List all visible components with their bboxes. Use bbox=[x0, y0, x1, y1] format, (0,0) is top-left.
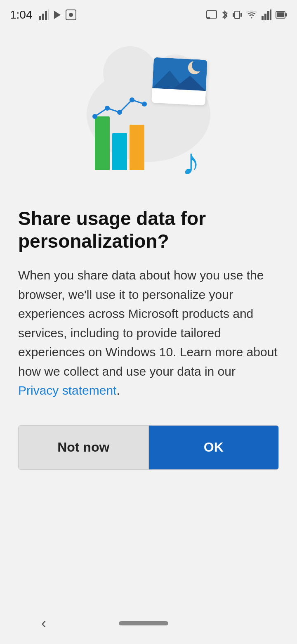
svg-rect-0 bbox=[39, 16, 41, 20]
dialog-title: Share usage data for personalization? bbox=[18, 207, 279, 253]
action-button-row: Not now OK bbox=[18, 425, 279, 470]
photo-svg bbox=[151, 57, 207, 106]
svg-rect-15 bbox=[270, 9, 271, 20]
play-store-icon bbox=[52, 10, 62, 20]
status-right bbox=[206, 9, 287, 20]
svg-rect-13 bbox=[264, 14, 266, 20]
svg-rect-7 bbox=[207, 11, 217, 18]
svg-rect-12 bbox=[262, 16, 264, 20]
back-button[interactable]: ‹ bbox=[41, 615, 46, 632]
not-now-button[interactable]: Not now bbox=[19, 426, 149, 469]
ok-button[interactable]: OK bbox=[149, 426, 279, 469]
svg-point-6 bbox=[69, 13, 73, 17]
svg-rect-3 bbox=[48, 9, 49, 20]
vibrate-icon bbox=[233, 9, 242, 20]
cast-icon bbox=[206, 10, 217, 19]
wifi-icon bbox=[246, 10, 257, 19]
svg-rect-18 bbox=[277, 12, 284, 17]
status-bar: 1:04 bbox=[0, 0, 297, 30]
svg-rect-30 bbox=[151, 88, 206, 106]
music-note-svg: ♪ bbox=[179, 140, 221, 181]
bar-orange bbox=[130, 125, 144, 170]
signal-full-icon bbox=[262, 9, 271, 20]
photo-icon bbox=[151, 57, 207, 106]
home-pill[interactable] bbox=[119, 621, 168, 625]
battery-icon bbox=[276, 10, 287, 19]
music-note-icon: ♪ bbox=[179, 140, 221, 182]
screen-record-icon bbox=[66, 9, 76, 20]
status-icons-left bbox=[39, 9, 76, 20]
illustration-container: ♪ bbox=[18, 50, 279, 187]
bottom-nav-bar: ‹ bbox=[0, 603, 297, 644]
svg-rect-9 bbox=[235, 11, 240, 19]
svg-marker-4 bbox=[54, 11, 61, 19]
status-time: 1:04 bbox=[10, 8, 33, 21]
svg-rect-17 bbox=[285, 13, 287, 17]
illustration: ♪ bbox=[74, 50, 223, 187]
dialog-period: . bbox=[116, 384, 120, 397]
svg-rect-11 bbox=[240, 13, 242, 17]
svg-rect-1 bbox=[42, 14, 44, 20]
signal-icon bbox=[39, 9, 49, 20]
bar-blue bbox=[112, 133, 127, 170]
svg-text:♪: ♪ bbox=[182, 141, 200, 181]
dialog-body: When you share data about how you use th… bbox=[18, 266, 279, 400]
svg-rect-10 bbox=[233, 13, 234, 17]
status-left: 1:04 bbox=[10, 8, 76, 21]
svg-rect-2 bbox=[45, 11, 47, 20]
svg-rect-14 bbox=[267, 11, 269, 20]
main-content: ♪ Share usage data for personalization? … bbox=[0, 30, 297, 470]
bar-chart-icon bbox=[95, 116, 144, 170]
privacy-statement-link[interactable]: Privacy statement bbox=[18, 384, 116, 397]
svg-rect-8 bbox=[207, 17, 210, 19]
dialog-body-text: When you share data about how you use th… bbox=[18, 268, 278, 378]
line-chart-icon bbox=[91, 92, 148, 125]
bluetooth-icon bbox=[221, 9, 229, 20]
